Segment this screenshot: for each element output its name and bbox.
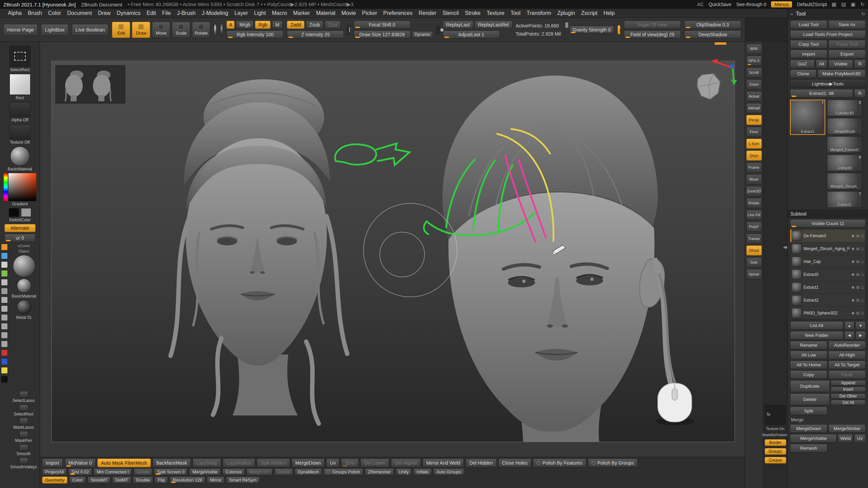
adjust-last-slider[interactable]: AdjustLast 1 (443, 30, 500, 39)
cursor-icon[interactable] (1, 261, 8, 268)
bottom-button[interactable]: Del Lower (360, 459, 389, 467)
replay-last-rel-button[interactable]: ReplayLastRel (475, 21, 512, 29)
camera-icon[interactable] (617, 25, 620, 35)
shelf-icon-button[interactable]: Ghost (746, 245, 762, 256)
switch-color[interactable] (9, 208, 31, 217)
shelf-icon-button[interactable]: Actual (746, 91, 762, 101)
tool-thumbnail[interactable]: Merged_Zbrush_ (827, 173, 862, 189)
bottom-button[interactable]: LazySnap (193, 459, 221, 467)
blur-slider[interactable]: ur 0 (4, 234, 36, 242)
menu-item[interactable]: Texture (484, 9, 507, 17)
texture-ball-icon[interactable] (220, 24, 223, 36)
saturation-value-square[interactable] (8, 173, 36, 201)
bottom-button[interactable]: LazyRadius (223, 459, 255, 467)
bottom-button[interactable]: Flip (155, 476, 168, 484)
shelf-icon-button[interactable]: Xpose (746, 269, 762, 279)
frame-icon[interactable]: ◻ (861, 298, 864, 302)
layers-icon[interactable]: ▤ (856, 285, 859, 289)
frame-icon[interactable]: ◻ (861, 260, 864, 263)
shelf-icon-button[interactable]: L.Sym (746, 139, 762, 149)
del-all-button[interactable]: Del All (831, 400, 866, 405)
dynamic-toggle[interactable]: Dynamic (412, 31, 433, 38)
shelf-icon-button[interactable]: Transp (746, 233, 762, 244)
subtool-up-icon[interactable]: ▲ (844, 321, 854, 330)
hue-strip[interactable] (4, 173, 8, 201)
alternate-button[interactable]: Alternate (4, 224, 36, 232)
default-zscript-button[interactable]: DefaultZScript (797, 2, 827, 7)
paste-tool-button[interactable]: Paste Tool (828, 40, 866, 48)
bottom-button[interactable]: Unify (396, 468, 412, 475)
subtool-down-icon[interactable]: ▼ (855, 321, 866, 330)
layers-icon[interactable]: ▤ (856, 272, 859, 276)
shelf-icon-button[interactable]: Zoom (746, 79, 762, 89)
autoreorder-button[interactable]: AutoReorder (828, 341, 866, 349)
bottom-button[interactable]: Inflate (413, 468, 431, 475)
menu-item[interactable]: Marker (290, 9, 313, 17)
shelf-icon-button[interactable]: Qxyz (746, 150, 762, 161)
focal-shift-slider[interactable]: Focal Shift 0 (354, 21, 411, 29)
active-tool-thumbnail[interactable]: 7 Extract1 (790, 100, 825, 135)
tool-thumbnail[interactable]: SimpleBrush (827, 118, 862, 135)
window-layout-icon-2[interactable]: ▤ (841, 1, 846, 7)
viewport-canvas[interactable] (40, 42, 745, 457)
see-through-slider[interactable]: See-through 0 (736, 2, 766, 7)
brush-item[interactable]: Smooth (10, 444, 37, 456)
remesh-button[interactable]: Remesh (790, 444, 827, 452)
save-as-button[interactable]: Save As (828, 20, 866, 29)
bottom-button[interactable]: DelMT (112, 476, 131, 484)
goz-r-button[interactable]: R (854, 60, 866, 68)
swatch-black-icon[interactable] (1, 376, 8, 383)
redo-icon[interactable] (1, 305, 8, 312)
bottom-button[interactable]: Split Hidden (257, 459, 290, 467)
swatch-red-green-icon[interactable] (1, 349, 8, 356)
menu-item[interactable]: File (159, 9, 174, 17)
bottom-button[interactable]: MergeDown (292, 459, 324, 467)
replay-stroke-icon[interactable] (436, 25, 439, 35)
mergedown-button[interactable]: MergeDown (790, 424, 827, 433)
gravity-direction-widget[interactable] (564, 20, 566, 40)
menu-item[interactable]: Help (600, 9, 618, 17)
shelf-icon-button[interactable]: PolyF (746, 222, 762, 232)
texture-off-selector[interactable] (9, 124, 31, 139)
delete-button[interactable]: Delete (790, 393, 830, 405)
undo-icon[interactable] (1, 297, 8, 303)
subtool-row[interactable]: Extract1 ◉ ▤ ◻ (790, 281, 865, 294)
goz-button[interactable]: GoZ (790, 60, 815, 68)
eye-icon[interactable]: ◉ (852, 285, 855, 289)
menu-item[interactable]: Render (415, 9, 439, 17)
brush-item[interactable]: SmoothValleys (10, 458, 37, 469)
groups-button[interactable]: Groups (765, 448, 786, 455)
bottom-button[interactable]: Close Holes (498, 459, 531, 467)
weld-button[interactable]: Weld (838, 434, 853, 443)
bottom-button[interactable]: StoreMT (87, 476, 111, 484)
swatch-blue-icon[interactable] (1, 358, 8, 365)
menu-item[interactable]: Document (64, 9, 95, 17)
trash-icon[interactable] (1, 314, 8, 321)
menu-item[interactable]: Zplugin (554, 9, 578, 17)
mode-button[interactable]: Scale (172, 22, 190, 38)
bottom-button[interactable]: Del Hidden (466, 459, 496, 467)
del-other-button[interactable]: Del Other (831, 393, 866, 399)
menu-item[interactable]: Preferences (380, 9, 415, 17)
zcut-button[interactable]: Zcut (325, 21, 341, 29)
bulb-icon[interactable] (1, 244, 8, 250)
bottom-button[interactable]: Dist 0.02 (68, 468, 92, 475)
lightbox-button[interactable]: LightBox (41, 24, 68, 36)
mode-button[interactable]: Edit (112, 22, 130, 38)
bottom-button[interactable]: Uv (326, 459, 339, 467)
frame-icon[interactable]: ◻ (861, 311, 864, 315)
menu-item[interactable]: Dynamics (114, 9, 143, 17)
home-page-button[interactable]: Home Page (3, 24, 38, 36)
tray-refresh-icon[interactable]: ↻ (861, 11, 865, 17)
bottom-button[interactable]: Color (69, 476, 86, 484)
rgb-button[interactable]: Rgb (255, 21, 271, 29)
menu-item[interactable]: Edit (143, 9, 159, 17)
shelf-icon-button[interactable]: Frame (746, 162, 762, 172)
fov-slider[interactable]: Field of view(deg) 25 (624, 30, 681, 39)
texture-on-button[interactable]: Texture On (766, 427, 785, 431)
subtool-row[interactable]: Extract0 ◉ ▤ ◻ (790, 268, 865, 281)
brush-item[interactable]: MaskLasso (10, 418, 37, 430)
menu-item[interactable]: Alpha (5, 9, 25, 17)
menu-item[interactable]: Movie (338, 9, 359, 17)
brush-preview-sphere[interactable] (13, 255, 35, 277)
